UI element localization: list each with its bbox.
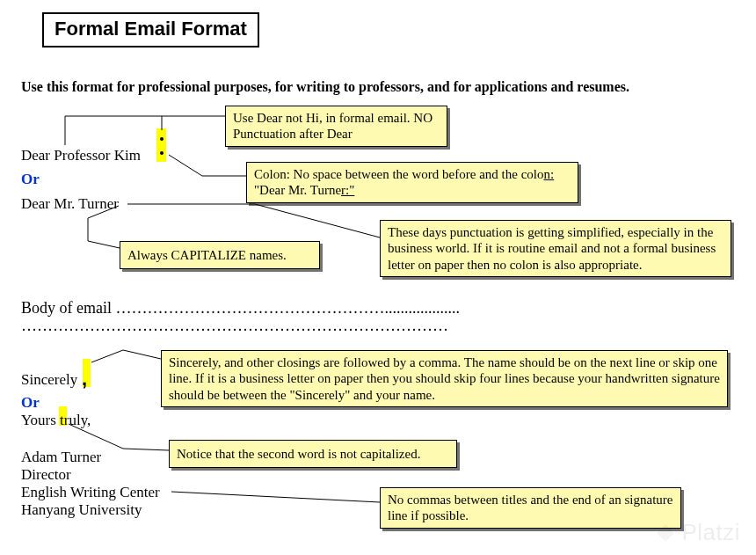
callout-colon-u2: r:" (341, 183, 354, 197)
title-text: Formal Email Format (55, 18, 247, 40)
body-line-2: ……………………………………………………………………… (21, 317, 448, 336)
callout-colon-pre: Colon: No space between the word before … (254, 167, 543, 181)
callout-second-word-text: Notice that the second word is not capit… (177, 447, 420, 461)
callout-capitalize: Always CAPITALIZE names. (120, 241, 320, 269)
comma-mark: , (82, 368, 87, 391)
callout-simplified: These days punctuation is getting simpli… (380, 220, 731, 277)
callout-colon-mid: "Dear Mr. Turne (254, 183, 341, 197)
callout-colon-u1: n: (543, 167, 554, 181)
sig-dept: English Writing Center (21, 484, 160, 501)
sig-org: Hanyang University (21, 501, 142, 519)
callout-no-commas: No commas between titles and the end of … (380, 487, 681, 529)
watermark: Platzi (655, 519, 740, 546)
callout-colon: Colon: No space between the word before … (246, 162, 578, 203)
intro-text: Use this format for professional purpose… (21, 79, 629, 95)
callout-dear: Use Dear not Hi, in formal email. NO Pun… (225, 106, 447, 147)
sig-name: Adam Turner (21, 449, 101, 466)
callout-dear-text: Use Dear not Hi, in formal email. NO Pun… (233, 111, 433, 141)
closing-1: Sincerely (21, 371, 77, 389)
highlight-colon (156, 128, 166, 162)
closing-2: Yours truly, (21, 412, 91, 429)
callout-second-word: Notice that the second word is not capit… (169, 440, 457, 468)
salutation-1: Dear Professor Kim (21, 147, 141, 164)
callout-sincerely: Sincerely, and other closings are follow… (161, 350, 728, 407)
body-line-1: Body of email …………………………………………….........… (21, 299, 460, 318)
callout-sincerely-text: Sincerely, and other closings are follow… (169, 355, 720, 402)
or-2: Or (21, 394, 40, 412)
salutation-2: Dear Mr. Turner (21, 195, 119, 213)
svg-line-1 (171, 492, 380, 502)
callout-capitalize-text: Always CAPITALIZE names. (127, 248, 287, 262)
colon-dot (160, 151, 164, 155)
callout-no-commas-text: No commas between titles and the end of … (388, 493, 673, 522)
watermark-icon (655, 522, 676, 544)
or-1: Or (21, 171, 40, 188)
colon-dot (160, 137, 164, 141)
title-box: Formal Email Format (42, 12, 259, 47)
sig-title: Director (21, 466, 71, 484)
callout-simplified-text: These days punctuation is getting simpli… (388, 225, 716, 272)
watermark-text: Platzi (681, 519, 740, 546)
